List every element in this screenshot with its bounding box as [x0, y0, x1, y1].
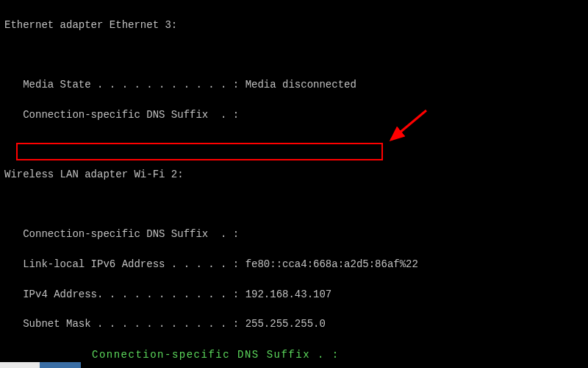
adapter-header: Wireless LAN adapter Wi-Fi 2: — [4, 167, 584, 182]
taskbar-segment — [40, 362, 81, 368]
blank-line — [4, 138, 584, 152]
bottom-text: Connection-specific DNS Suffix . : — [92, 349, 340, 361]
output-line: IPv4 Address. . . . . . . . . . . : 192.… — [4, 287, 584, 302]
output-line: Subnet Mask . . . . . . . . . . . : 255.… — [4, 316, 584, 331]
output-line: Connection-specific DNS Suffix . : — [4, 107, 584, 122]
blank-line — [4, 197, 584, 212]
terminal-output: Ethernet adapter Ethernet 3: Media State… — [0, 0, 588, 368]
blank-line — [4, 48, 584, 63]
output-line: Media State . . . . . . . . . . . : Medi… — [4, 77, 584, 92]
output-line: Ethernet adapter Ethernet 3: — [4, 18, 584, 32]
output-line: Link-local IPv6 Address . . . . . : fe80… — [4, 257, 584, 272]
bottom-strip: Connection-specific DNS Suffix . : — [0, 347, 588, 364]
output-line: Connection-specific DNS Suffix . : — [4, 227, 584, 241]
taskbar-segment — [0, 362, 40, 368]
